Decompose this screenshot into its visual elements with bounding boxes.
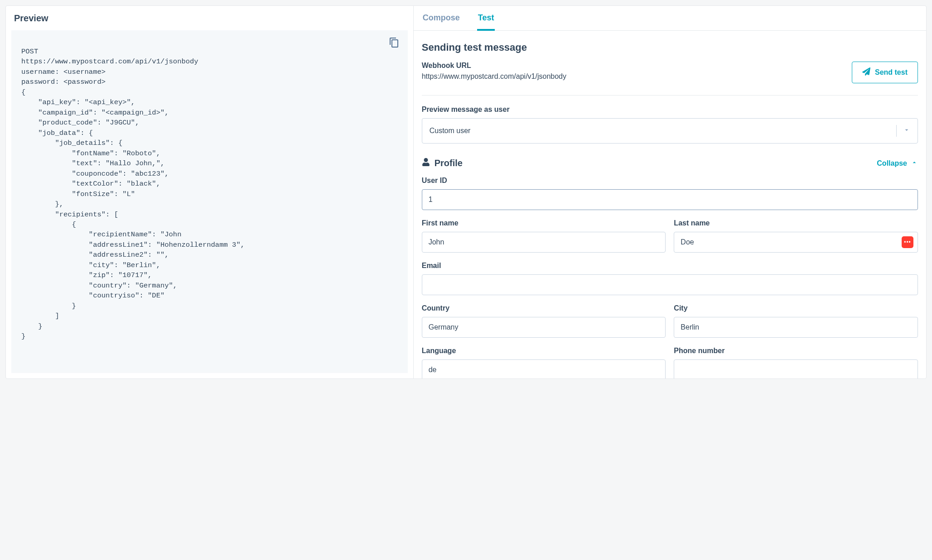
profile-heading: Profile bbox=[435, 158, 463, 168]
last-name-input[interactable] bbox=[674, 232, 918, 253]
phone-input[interactable] bbox=[674, 359, 918, 378]
user-icon bbox=[422, 158, 430, 168]
webhook-url-label: Webhook URL bbox=[422, 62, 566, 70]
preview-panel: Preview POST https://www.mypostcard.com/… bbox=[6, 6, 414, 378]
password-manager-icon[interactable]: ••• bbox=[902, 236, 913, 248]
tab-test[interactable]: Test bbox=[477, 6, 495, 31]
user-id-label: User ID bbox=[422, 177, 918, 185]
preview-as-value: Custom user bbox=[430, 127, 471, 135]
profile-title: Profile bbox=[422, 158, 463, 168]
first-name-label: First name bbox=[422, 219, 666, 227]
webhook-url-value: https://www.mypostcard.com/api/v1/jsonbo… bbox=[422, 72, 566, 81]
phone-label: Phone number bbox=[674, 347, 918, 355]
copy-icon bbox=[389, 37, 400, 49]
country-input[interactable] bbox=[422, 317, 666, 338]
preview-heading: Preview bbox=[14, 13, 405, 24]
test-content: Sending test message Webhook URL https:/… bbox=[414, 31, 926, 378]
code-block: POST https://www.mypostcard.com/api/v1/j… bbox=[11, 30, 408, 373]
country-label: Country bbox=[422, 304, 666, 312]
sending-test-heading: Sending test message bbox=[422, 42, 918, 53]
user-id-input[interactable] bbox=[422, 189, 918, 210]
chevron-down-icon bbox=[903, 126, 910, 135]
send-test-button[interactable]: Send test bbox=[852, 62, 918, 83]
webhook-info: Webhook URL https://www.mypostcard.com/a… bbox=[422, 62, 566, 81]
first-name-input[interactable] bbox=[422, 232, 666, 253]
copy-button[interactable] bbox=[388, 37, 401, 49]
language-label: Language bbox=[422, 347, 666, 355]
send-test-label: Send test bbox=[875, 68, 908, 77]
test-panel: Compose Test Sending test message Webhoo… bbox=[414, 6, 926, 378]
language-input[interactable] bbox=[422, 359, 666, 378]
paper-plane-icon bbox=[862, 67, 870, 77]
preview-as-select-wrap: Custom user bbox=[422, 118, 918, 144]
email-label: Email bbox=[422, 262, 918, 270]
last-name-label: Last name bbox=[674, 219, 918, 227]
webhook-row: Webhook URL https://www.mypostcard.com/a… bbox=[422, 62, 918, 96]
preview-header: Preview bbox=[6, 6, 413, 30]
preview-as-label: Preview message as user bbox=[422, 105, 918, 114]
preview-as-select[interactable]: Custom user bbox=[422, 118, 918, 144]
select-divider bbox=[896, 125, 897, 137]
chevron-up-icon bbox=[911, 159, 918, 168]
code-preview-text: POST https://www.mypostcard.com/api/v1/j… bbox=[11, 30, 408, 352]
city-label: City bbox=[674, 304, 918, 312]
collapse-button[interactable]: Collapse bbox=[877, 159, 918, 168]
select-indicator bbox=[896, 125, 910, 137]
tabs: Compose Test bbox=[414, 6, 926, 31]
tab-compose[interactable]: Compose bbox=[422, 6, 461, 31]
profile-header: Profile Collapse bbox=[422, 158, 918, 168]
city-input[interactable] bbox=[674, 317, 918, 338]
email-input[interactable] bbox=[422, 274, 918, 295]
collapse-label: Collapse bbox=[877, 159, 907, 168]
app-container: Preview POST https://www.mypostcard.com/… bbox=[5, 5, 927, 379]
